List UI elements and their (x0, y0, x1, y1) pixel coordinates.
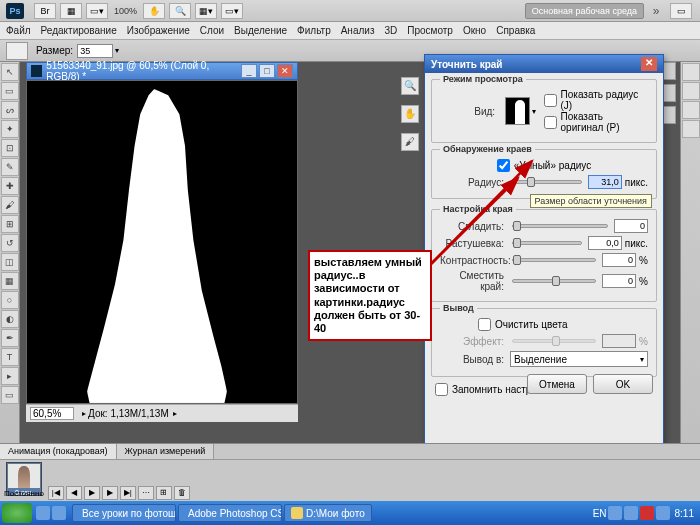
smooth-slider[interactable] (512, 224, 608, 228)
brush-tool[interactable]: 🖌 (1, 196, 19, 214)
path-select-tool[interactable]: ▸ (1, 367, 19, 385)
brush-size-input[interactable] (77, 44, 113, 58)
zoom-tool-icon[interactable]: 🔍 (169, 3, 191, 19)
tray-icon-3[interactable] (656, 506, 670, 520)
start-button[interactable] (2, 503, 32, 523)
hand-tool-icon[interactable]: ✋ (143, 3, 165, 19)
cancel-button[interactable]: Отмена (527, 374, 587, 394)
radius-slider[interactable] (512, 180, 582, 184)
radius-value-input[interactable] (588, 175, 622, 189)
taskbar-photoshop[interactable]: Adobe Photoshop CS... (178, 504, 282, 522)
panel-icon-3[interactable] (682, 101, 700, 119)
loop-option[interactable]: Постоянно (4, 489, 44, 498)
language-indicator[interactable]: EN (593, 508, 607, 519)
remember-checkbox[interactable] (435, 383, 448, 396)
move-tool[interactable]: ↖ (1, 63, 19, 81)
menu-window[interactable]: Окно (463, 25, 486, 36)
refine-brush-icon[interactable]: 🖌 (401, 133, 419, 151)
doc-minimize-button[interactable]: _ (241, 64, 257, 78)
screen-mode-button[interactable]: ▭▾ (221, 3, 243, 19)
stamp-tool[interactable]: ⊞ (1, 215, 19, 233)
launch-bridge-button[interactable]: Br (34, 3, 56, 19)
measurement-log-tab[interactable]: Журнал измерений (117, 444, 215, 459)
type-tool[interactable]: T (1, 348, 19, 366)
taskbar-explorer[interactable]: D:\Мои фото (284, 504, 372, 522)
show-original-checkbox[interactable] (544, 116, 557, 129)
doc-zoom-field[interactable]: 60,5% (30, 407, 74, 420)
dropdown-icon[interactable]: ▾ (115, 46, 119, 55)
ql-icon-2[interactable] (52, 506, 66, 520)
pen-tool[interactable]: ✒ (1, 329, 19, 347)
current-tool-icon[interactable] (6, 42, 28, 60)
status-chevron-icon[interactable]: ▸ (173, 409, 177, 418)
menu-filter[interactable]: Фильтр (297, 25, 331, 36)
zoom-icon[interactable]: 🔍 (401, 77, 419, 95)
play-button[interactable]: ▶ (84, 486, 100, 500)
prev-frame-button[interactable]: ◀ (66, 486, 82, 500)
panel-icon-2[interactable] (682, 82, 700, 100)
zoom-display[interactable]: 100% (114, 6, 137, 16)
dodge-tool[interactable]: ◐ (1, 310, 19, 328)
new-frame-button[interactable]: ⊞ (156, 486, 172, 500)
menu-layer[interactable]: Слои (200, 25, 224, 36)
tween-button[interactable]: ⋯ (138, 486, 154, 500)
smooth-input[interactable] (614, 219, 648, 233)
delete-frame-button[interactable]: 🗑 (174, 486, 190, 500)
marquee-tool[interactable]: ▭ (1, 82, 19, 100)
expand-titlebar-icon[interactable]: » (648, 4, 664, 18)
blur-tool[interactable]: ○ (1, 291, 19, 309)
feather-input[interactable] (588, 236, 622, 250)
panel-icon-1[interactable] (682, 63, 700, 81)
tray-icon-2[interactable] (624, 506, 638, 520)
animation-tab[interactable]: Анимация (покадровая) (0, 444, 117, 459)
doc-maximize-button[interactable]: □ (259, 64, 275, 78)
menu-3d[interactable]: 3D (384, 25, 397, 36)
last-frame-button[interactable]: ▶| (120, 486, 136, 500)
doc-close-button[interactable]: ✕ (277, 64, 293, 78)
shape-tool[interactable]: ▭ (1, 386, 19, 404)
history-brush-tool[interactable]: ↺ (1, 234, 19, 252)
tray-icon-avira[interactable] (640, 506, 654, 520)
decontaminate-checkbox[interactable] (478, 318, 491, 331)
view-preview-button[interactable] (505, 97, 529, 125)
dialog-close-button[interactable]: ✕ (641, 57, 657, 71)
feather-slider[interactable] (512, 241, 582, 245)
dialog-titlebar[interactable]: Уточнить край ✕ (425, 55, 663, 73)
output-to-select[interactable]: Выделение▾ (510, 351, 648, 367)
taskbar-opera[interactable]: Все уроки по фотош... (72, 504, 176, 522)
gradient-tool[interactable]: ▦ (1, 272, 19, 290)
next-frame-button[interactable]: ▶ (102, 486, 118, 500)
arrange-docs-button[interactable]: ▦▾ (195, 3, 217, 19)
menu-image[interactable]: Изображение (127, 25, 190, 36)
ql-icon-1[interactable] (36, 506, 50, 520)
mini-bridge-button[interactable]: ▦ (60, 3, 82, 19)
cs-live-button[interactable]: ▭ (670, 3, 692, 19)
eraser-tool[interactable]: ◫ (1, 253, 19, 271)
document-canvas[interactable] (26, 80, 298, 404)
document-titlebar[interactable]: 51563340_91.jpg @ 60,5% (Слой 0, RGB/8) … (26, 62, 298, 80)
menu-analysis[interactable]: Анализ (341, 25, 375, 36)
menu-select[interactable]: Выделение (234, 25, 287, 36)
shift-input[interactable] (602, 274, 636, 288)
contrast-input[interactable] (602, 253, 636, 267)
view-extras-button[interactable]: ▭▾ (86, 3, 108, 19)
status-arrow-icon[interactable]: ▸ (82, 409, 86, 418)
shift-slider[interactable] (512, 279, 596, 283)
ok-button[interactable]: OK (593, 374, 653, 394)
view-dropdown-icon[interactable]: ▾ (532, 107, 536, 116)
menu-file[interactable]: Файл (6, 25, 31, 36)
wand-tool[interactable]: ✦ (1, 120, 19, 138)
panel-icon-4[interactable] (682, 120, 700, 138)
hand-icon[interactable]: ✋ (401, 105, 419, 123)
smart-radius-checkbox[interactable] (497, 159, 510, 172)
contrast-slider[interactable] (512, 258, 596, 262)
crop-tool[interactable]: ⊡ (1, 139, 19, 157)
clock[interactable]: 8:11 (675, 508, 694, 519)
menu-help[interactable]: Справка (496, 25, 535, 36)
menu-edit[interactable]: Редактирование (41, 25, 117, 36)
show-radius-checkbox[interactable] (544, 94, 557, 107)
workspace-switcher[interactable]: Основная рабочая среда (525, 3, 644, 19)
first-frame-button[interactable]: |◀ (48, 486, 64, 500)
tray-icon-1[interactable] (608, 506, 622, 520)
lasso-tool[interactable]: ᔕ (1, 101, 19, 119)
